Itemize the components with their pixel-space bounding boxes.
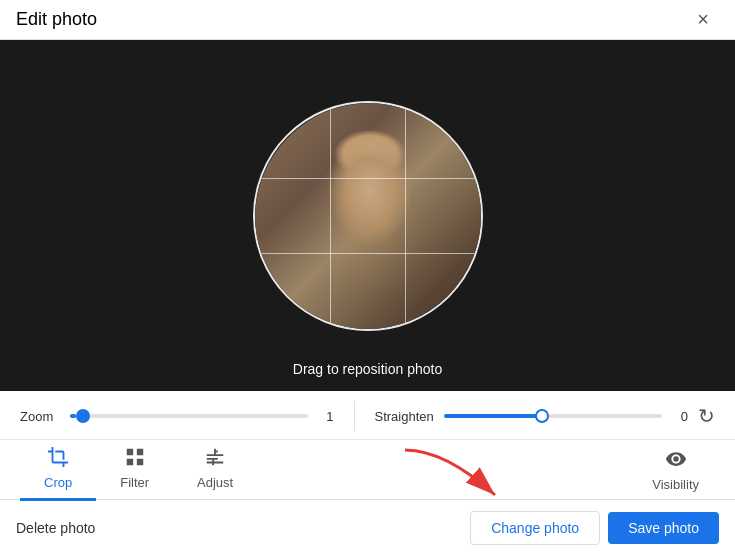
tab-adjust[interactable]: Adjust	[173, 438, 257, 501]
drag-label: Drag to reposition photo	[293, 361, 442, 377]
crop-icon	[47, 446, 69, 471]
delete-photo-link[interactable]: Delete photo	[16, 520, 95, 536]
tab-filter[interactable]: Filter	[96, 438, 173, 501]
slider-divider	[354, 401, 355, 431]
controls-area: Zoom 1 Straighten 0 ↻	[0, 391, 735, 440]
zoom-value: 1	[318, 409, 334, 424]
change-photo-button[interactable]: Change photo	[470, 511, 600, 545]
straighten-group: Straighten 0	[375, 409, 689, 424]
visibility-label: Visibility	[652, 477, 699, 492]
tab-visibility[interactable]: Visibility	[636, 440, 715, 500]
straighten-value: 0	[672, 409, 688, 424]
zoom-slider[interactable]	[70, 414, 308, 418]
modal-header: Edit photo ×	[0, 0, 735, 40]
straighten-label: Straighten	[375, 409, 434, 424]
straighten-slider[interactable]	[444, 414, 662, 418]
save-photo-button[interactable]: Save photo	[608, 512, 719, 544]
tab-filter-label: Filter	[120, 475, 149, 490]
crop-circle[interactable]	[253, 101, 483, 331]
zoom-label: Zoom	[20, 409, 60, 424]
tabs-area: Crop Filter Adjust	[0, 440, 735, 500]
straighten-fill	[444, 414, 542, 418]
adjust-icon	[204, 446, 226, 471]
visibility-icon	[665, 448, 687, 473]
tab-adjust-label: Adjust	[197, 475, 233, 490]
rotate-button[interactable]: ↻	[698, 404, 715, 428]
photo-image	[255, 103, 483, 331]
modal-title: Edit photo	[16, 9, 97, 30]
face-overlay	[255, 103, 483, 331]
close-button[interactable]: ×	[687, 4, 719, 36]
photo-area[interactable]: Drag to reposition photo	[0, 40, 735, 391]
zoom-thumb[interactable]	[76, 409, 90, 423]
filter-icon	[124, 446, 146, 471]
tab-crop[interactable]: Crop	[20, 438, 96, 501]
tab-crop-label: Crop	[44, 475, 72, 490]
zoom-group: Zoom 1	[20, 409, 334, 424]
footer-area: Delete photo Change photo Save photo	[0, 500, 735, 555]
straighten-thumb[interactable]	[535, 409, 549, 423]
sliders-row: Zoom 1 Straighten 0 ↻	[20, 401, 715, 431]
edit-photo-modal: Edit photo × Drag to reposition photo Z	[0, 0, 735, 555]
